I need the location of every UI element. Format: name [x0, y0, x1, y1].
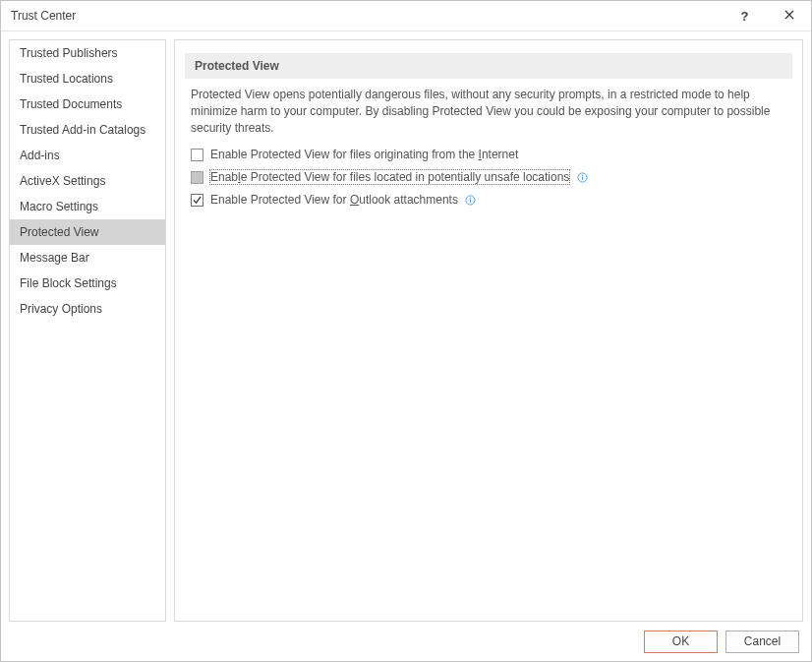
checkbox-unsafe-locations[interactable]: [191, 171, 203, 184]
content: Trusted PublishersTrusted LocationsTrust…: [1, 31, 811, 622]
help-button[interactable]: ?: [723, 1, 767, 31]
ok-button[interactable]: OK: [644, 631, 718, 653]
sidebar-item-label: Trusted Locations: [20, 72, 113, 86]
sidebar-item-label: Trusted Documents: [20, 97, 122, 111]
sidebar-item-message-bar[interactable]: Message Bar: [10, 245, 165, 271]
help-icon: ?: [741, 9, 749, 24]
sidebar: Trusted PublishersTrusted LocationsTrust…: [9, 39, 166, 622]
sidebar-item-label: Add-ins: [20, 149, 60, 162]
sidebar-item-trusted-addin-cats[interactable]: Trusted Add-in Catalogs: [10, 117, 165, 143]
sidebar-item-trusted-locations[interactable]: Trusted Locations: [10, 66, 165, 91]
sidebar-item-privacy-options[interactable]: Privacy Options: [10, 296, 165, 322]
dialog-footer: OK Cancel: [1, 622, 811, 661]
option-from-internet[interactable]: Enable Protected View for files originat…: [191, 144, 786, 165]
sidebar-item-label: Trusted Add-in Catalogs: [20, 123, 145, 137]
sidebar-item-label: Privacy Options: [20, 302, 102, 316]
info-icon[interactable]: [465, 194, 477, 206]
cancel-button[interactable]: Cancel: [725, 631, 799, 653]
sidebar-item-macro-settings[interactable]: Macro Settings: [10, 194, 165, 219]
sidebar-item-file-block-settings[interactable]: File Block Settings: [10, 271, 165, 296]
checkbox-outlook-attach[interactable]: [191, 194, 203, 207]
option-label: Enable Protected View for files originat…: [209, 148, 519, 161]
close-icon: [784, 9, 794, 23]
svg-rect-5: [470, 198, 471, 199]
sidebar-item-trusted-documents[interactable]: Trusted Documents: [10, 91, 165, 117]
sidebar-item-label: File Block Settings: [20, 276, 117, 290]
svg-rect-1: [582, 176, 583, 179]
option-outlook-attach[interactable]: Enable Protected View for Outlook attach…: [191, 189, 786, 211]
checkbox-from-internet[interactable]: [191, 149, 203, 161]
sidebar-item-label: Trusted Publishers: [20, 46, 118, 60]
sidebar-item-label: ActiveX Settings: [20, 174, 105, 188]
titlebar: Trust Center ?: [1, 1, 811, 31]
main-panel: Protected View Protected View opens pote…: [174, 39, 803, 622]
sidebar-item-label: Protected View: [20, 225, 99, 239]
sidebar-item-label: Macro Settings: [20, 200, 98, 213]
section-heading: Protected View: [185, 53, 792, 79]
option-label: Enable Protected View for files located …: [209, 169, 570, 185]
svg-rect-4: [470, 199, 471, 202]
options-group: Enable Protected View for files originat…: [185, 144, 792, 211]
close-button[interactable]: [767, 1, 811, 31]
option-unsafe-locations[interactable]: Enable Protected View for files located …: [191, 166, 786, 188]
info-icon[interactable]: [576, 171, 588, 183]
sidebar-item-label: Message Bar: [20, 251, 89, 265]
section-description: Protected View opens potentially dangero…: [191, 87, 786, 136]
sidebar-item-trusted-publishers[interactable]: Trusted Publishers: [10, 40, 165, 66]
window-title: Trust Center: [11, 9, 723, 23]
option-label: Enable Protected View for Outlook attach…: [209, 193, 459, 207]
sidebar-item-add-ins[interactable]: Add-ins: [10, 143, 165, 168]
sidebar-item-activex-settings[interactable]: ActiveX Settings: [10, 168, 165, 194]
svg-rect-2: [582, 175, 583, 176]
sidebar-item-protected-view[interactable]: Protected View: [10, 219, 165, 245]
